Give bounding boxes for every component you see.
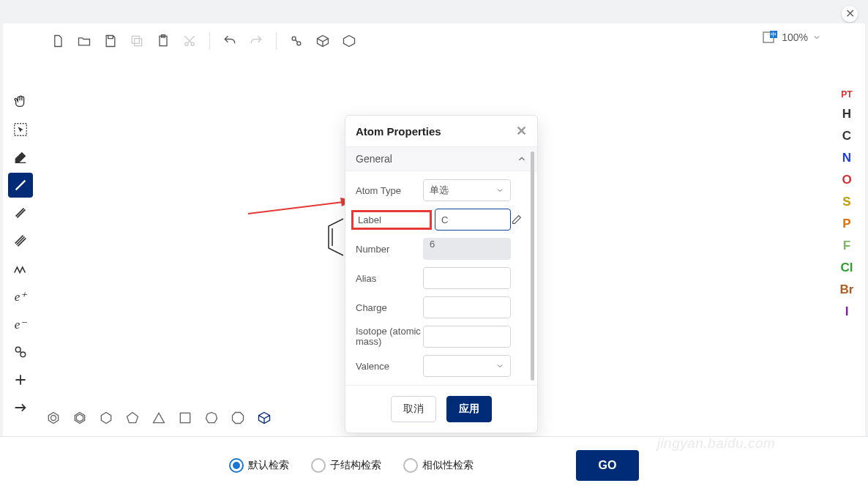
new-file-icon[interactable] — [47, 30, 69, 52]
top-toolbar — [47, 28, 821, 54]
element-P[interactable]: P — [836, 217, 858, 231]
filled-hexagon-icon[interactable] — [69, 407, 91, 429]
charge-plus-tool[interactable]: e⁺ — [8, 284, 33, 309]
svg-line-20 — [248, 202, 343, 214]
row-isotope: Isotope (atomic mass) — [356, 322, 527, 351]
charge-label: Charge — [356, 302, 423, 313]
zoom-value: 100% — [782, 31, 808, 43]
isotope-label: Isotope (atomic mass) — [356, 326, 423, 347]
svg-rect-29 — [180, 413, 190, 422]
dialog-title: Atom Properties — [356, 125, 441, 138]
triangle-icon[interactable] — [148, 407, 170, 429]
label-label: Label — [351, 210, 432, 230]
label-input[interactable] — [435, 209, 511, 231]
settings-cog-icon[interactable] — [285, 30, 307, 52]
separator — [209, 32, 210, 50]
zoom-indicator[interactable]: 中 100% — [763, 31, 821, 44]
open-icon[interactable] — [73, 30, 95, 52]
svg-point-23 — [51, 416, 56, 421]
element-H[interactable]: H — [836, 107, 858, 121]
element-S[interactable]: S — [836, 195, 858, 209]
svg-marker-25 — [76, 414, 83, 422]
apply-button[interactable]: 应用 — [446, 396, 492, 422]
left-toolbar: e⁺ e⁻ — [4, 89, 37, 420]
radio-similarity-search[interactable]: 相似性检索 — [403, 458, 474, 473]
alias-label: Alias — [356, 273, 423, 284]
element-N[interactable]: N — [836, 151, 858, 165]
element-C[interactable]: C — [836, 129, 858, 143]
periodic-table-button[interactable]: PT — [836, 89, 858, 100]
eraser-icon[interactable] — [8, 145, 33, 170]
charge-input[interactable] — [423, 296, 511, 318]
charge-minus-tool[interactable]: e⁻ — [8, 312, 33, 337]
valence-select[interactable] — [423, 355, 511, 377]
svg-point-4 — [185, 42, 188, 45]
svg-marker-31 — [233, 413, 244, 424]
atom-type-select[interactable]: 单选 — [423, 179, 511, 201]
template-cube-icon[interactable] — [253, 407, 275, 429]
hexagon-icon[interactable] — [95, 407, 117, 429]
hand-tool-icon[interactable] — [8, 89, 33, 114]
double-bond-tool[interactable] — [8, 201, 33, 225]
element-F[interactable]: F — [836, 239, 858, 253]
atom-type-label: Atom Type — [356, 185, 423, 196]
pentagon-icon[interactable] — [121, 407, 143, 429]
radio-substructure-search[interactable]: 子结构检索 — [311, 458, 381, 473]
square-icon[interactable] — [174, 407, 196, 429]
edit-icon[interactable] — [511, 214, 527, 225]
plus-tool-icon[interactable] — [8, 367, 33, 392]
separator — [276, 32, 277, 50]
svg-text:中: 中 — [771, 31, 777, 38]
benzene-ring-icon[interactable] — [42, 407, 64, 429]
dialog-close-icon[interactable]: ✕ — [516, 123, 527, 139]
row-charge: Charge — [356, 293, 527, 322]
annotation-arrow — [247, 193, 356, 222]
heptagon-icon[interactable] — [201, 407, 222, 429]
element-Cl[interactable]: Cl — [836, 261, 858, 275]
paste-icon[interactable] — [152, 30, 174, 52]
single-bond-tool[interactable] — [8, 173, 33, 198]
isotope-input[interactable] — [423, 326, 511, 348]
svg-point-19 — [20, 352, 26, 357]
svg-marker-28 — [154, 413, 165, 422]
save-icon[interactable] — [100, 30, 121, 52]
cancel-button[interactable]: 取消 — [391, 396, 436, 422]
marquee-select-icon[interactable] — [8, 117, 33, 142]
go-button[interactable]: GO — [576, 450, 639, 481]
element-I[interactable]: I — [836, 304, 858, 319]
undo-icon[interactable] — [219, 30, 241, 52]
svg-rect-1 — [132, 36, 139, 43]
chevron-down-icon — [495, 186, 504, 195]
dialog-scrollbar[interactable] — [531, 151, 534, 381]
search-bar: 默认检索 子结构检索 相似性检索 GO — [0, 437, 868, 494]
window-close-button[interactable]: ✕ — [842, 6, 858, 22]
chain-tool-icon[interactable] — [8, 256, 33, 281]
row-label: Label — [356, 205, 527, 234]
chevron-down-icon — [812, 33, 821, 42]
octagon-icon[interactable] — [227, 407, 249, 429]
alias-input[interactable] — [423, 267, 511, 289]
row-valence: Valence — [356, 351, 527, 381]
svg-marker-27 — [127, 413, 138, 423]
3d-cube-outline-icon[interactable] — [338, 30, 360, 52]
valence-label: Valence — [356, 361, 423, 372]
rgroup-tool-icon[interactable] — [8, 340, 33, 364]
reaction-arrow-tool-icon[interactable] — [8, 395, 33, 420]
redo-icon — [245, 30, 267, 52]
editor-panel: 中 100% e⁺ e⁻ PT H C N O S P F Cl Br I — [3, 23, 865, 436]
row-atom-type: Atom Type 单选 — [356, 176, 527, 205]
triple-bond-tool[interactable] — [8, 228, 33, 253]
chevron-up-icon — [517, 154, 527, 164]
cut-icon — [179, 30, 201, 52]
svg-point-6 — [292, 37, 296, 40]
section-general[interactable]: General — [345, 147, 537, 171]
svg-rect-0 — [135, 39, 142, 46]
radio-default-search[interactable]: 默认检索 — [229, 458, 289, 473]
svg-point-18 — [15, 347, 20, 352]
number-input: 6 — [423, 238, 511, 260]
element-Br[interactable]: Br — [836, 282, 858, 297]
ime-icon: 中 — [763, 31, 777, 44]
3d-cube-filled-icon[interactable] — [312, 30, 334, 52]
bottom-toolbar — [42, 403, 275, 433]
element-O[interactable]: O — [836, 173, 858, 187]
